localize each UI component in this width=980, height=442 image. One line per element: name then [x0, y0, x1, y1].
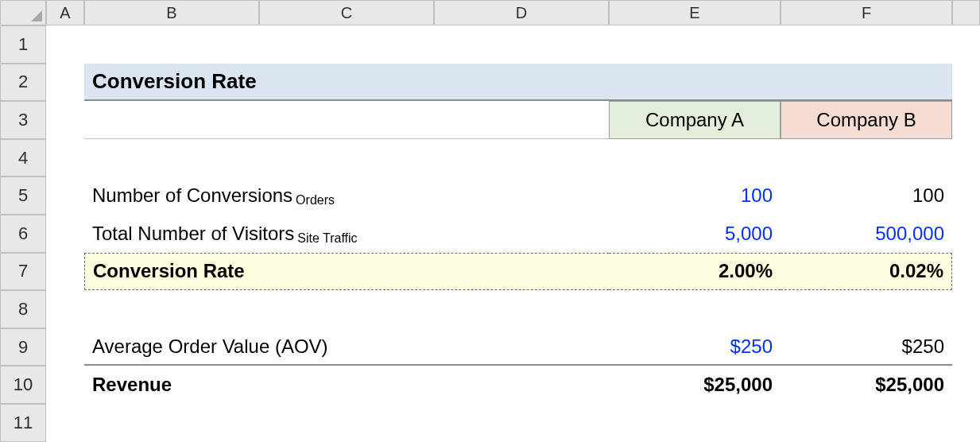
cell-E4[interactable] — [609, 139, 781, 177]
label-conversions-sub: Orders — [296, 193, 335, 207]
cell-E1[interactable] — [609, 25, 781, 64]
value-b-conversions[interactable]: 100 — [781, 176, 952, 215]
cell-B11[interactable] — [84, 404, 259, 442]
cell-F4[interactable] — [781, 139, 952, 177]
cell-G7[interactable] — [952, 253, 980, 291]
value-b-rate[interactable]: 0.02% — [781, 253, 952, 291]
cell-D8[interactable] — [434, 290, 609, 328]
cell-C8[interactable] — [259, 290, 434, 328]
row-header-2[interactable]: 2 — [0, 64, 46, 102]
label-visitors[interactable]: Total Number of Visitors Site Traffic — [84, 215, 609, 253]
row-header-8[interactable]: 8 — [0, 290, 46, 328]
cell-F11[interactable] — [781, 404, 952, 442]
col-header-B[interactable]: B — [84, 0, 259, 25]
row-header-9[interactable]: 9 — [0, 328, 46, 366]
cell-A5[interactable] — [46, 176, 84, 215]
col-header-E[interactable]: E — [609, 0, 781, 25]
label-conversions[interactable]: Number of Conversions Orders — [84, 176, 609, 215]
cell-G4[interactable] — [952, 139, 980, 177]
row-header-6[interactable]: 6 — [0, 215, 46, 253]
spreadsheet-grid: A B C D E F 1 2 Conversion Rate 3 Compan… — [0, 0, 980, 442]
cell-G2[interactable] — [952, 64, 980, 102]
company-a-header[interactable]: Company A — [609, 101, 781, 139]
value-a-revenue[interactable]: $25,000 — [609, 366, 781, 404]
cell-A11[interactable] — [46, 404, 84, 442]
cell-A7[interactable] — [46, 253, 84, 291]
cell-G8[interactable] — [952, 290, 980, 328]
col-header-D[interactable]: D — [434, 0, 609, 25]
col-header-F[interactable]: F — [781, 0, 952, 25]
value-b-revenue[interactable]: $25,000 — [781, 366, 952, 404]
cell-A3[interactable] — [46, 101, 84, 139]
cell-B3[interactable] — [84, 101, 259, 139]
value-b-visitors[interactable]: 500,000 — [781, 215, 952, 253]
row-header-7[interactable]: 7 — [0, 253, 46, 291]
cell-F1[interactable] — [781, 25, 952, 64]
cell-E8[interactable] — [609, 290, 781, 328]
row-header-3[interactable]: 3 — [0, 101, 46, 139]
label-conversions-text: Number of Conversions — [92, 184, 292, 207]
cell-A6[interactable] — [46, 215, 84, 253]
label-visitors-sub: Site Traffic — [297, 231, 357, 246]
value-a-conversions[interactable]: 100 — [609, 176, 781, 215]
cell-G9[interactable] — [952, 328, 980, 366]
row-header-1[interactable]: 1 — [0, 25, 46, 64]
cell-D11[interactable] — [434, 404, 609, 442]
label-conversion-rate[interactable]: Conversion Rate — [84, 253, 609, 291]
cell-G5[interactable] — [952, 176, 980, 215]
col-header-A[interactable]: A — [46, 0, 84, 25]
value-a-visitors[interactable]: 5,000 — [609, 215, 781, 253]
label-revenue[interactable]: Revenue — [84, 366, 609, 404]
cell-C11[interactable] — [259, 404, 434, 442]
value-b-aov[interactable]: $250 — [781, 328, 952, 366]
cell-C3[interactable] — [259, 101, 434, 139]
cell-A9[interactable] — [46, 328, 84, 366]
select-all-corner[interactable] — [0, 0, 46, 25]
cell-E11[interactable] — [609, 404, 781, 442]
cell-D3[interactable] — [434, 101, 609, 139]
title-cell[interactable]: Conversion Rate — [84, 64, 952, 102]
cell-A8[interactable] — [46, 290, 84, 328]
cell-C4[interactable] — [259, 139, 434, 177]
row-header-11[interactable]: 11 — [0, 404, 46, 442]
cell-G11[interactable] — [952, 404, 980, 442]
cell-D4[interactable] — [434, 139, 609, 177]
cell-D1[interactable] — [434, 25, 609, 64]
cell-G6[interactable] — [952, 215, 980, 253]
cell-A10[interactable] — [46, 366, 84, 404]
cell-A2[interactable] — [46, 64, 84, 102]
row-header-4[interactable]: 4 — [0, 139, 46, 177]
col-header-C[interactable]: C — [259, 0, 434, 25]
row-header-5[interactable]: 5 — [0, 176, 46, 215]
cell-G3[interactable] — [952, 101, 980, 139]
company-b-header[interactable]: Company B — [781, 101, 952, 139]
cell-A4[interactable] — [46, 139, 84, 177]
cell-B4[interactable] — [84, 139, 259, 177]
cell-C1[interactable] — [259, 25, 434, 64]
cell-B8[interactable] — [84, 290, 259, 328]
label-visitors-text: Total Number of Visitors — [92, 223, 294, 245]
col-header-extra[interactable] — [952, 0, 980, 25]
value-a-rate[interactable]: 2.00% — [609, 253, 781, 291]
cell-G1[interactable] — [952, 25, 980, 64]
cell-A1[interactable] — [46, 25, 84, 64]
value-a-aov[interactable]: $250 — [609, 328, 781, 366]
cell-F8[interactable] — [781, 290, 952, 328]
cell-G10[interactable] — [952, 366, 980, 404]
label-aov[interactable]: Average Order Value (AOV) — [84, 328, 609, 366]
row-header-10[interactable]: 10 — [0, 366, 46, 404]
cell-B1[interactable] — [84, 25, 259, 64]
